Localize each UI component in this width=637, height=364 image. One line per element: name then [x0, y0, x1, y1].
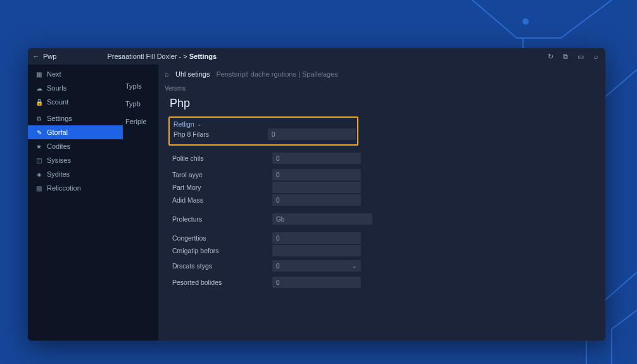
back-label: Pwp: [43, 53, 56, 60]
sidebar-item-reliccotion[interactable]: ▤Reliccotion: [28, 181, 123, 195]
sidebar-item-label: Gtorfal: [47, 129, 68, 136]
field-label: Adid Mass: [168, 196, 272, 204]
box-icon: ◫: [35, 157, 42, 164]
grid-icon: ▦: [35, 71, 42, 78]
sidebar-item-label: Codites: [47, 142, 70, 150]
field-input[interactable]: [272, 153, 361, 164]
form-row: Tarol ayye: [168, 168, 599, 181]
tab-uhl-settings[interactable]: Uhl setings: [175, 70, 210, 78]
tab-secondary[interactable]: Penstsriptl dache rgutions | Spallelages: [216, 70, 337, 78]
sidebar-item-gtorfal[interactable]: ✎Gtorfal: [28, 125, 123, 139]
sidebar-item-label: Scount: [47, 98, 68, 106]
sidebar-item-label: Sourls: [47, 84, 66, 92]
field-input[interactable]: [272, 194, 361, 206]
star-icon: ★: [35, 143, 42, 150]
title-icons: ↻⧉▭⌕: [546, 52, 600, 61]
subcol-item-typls[interactable]: Typls: [123, 82, 158, 90]
sidebar-item-scount[interactable]: 🔒Scount: [28, 95, 123, 109]
sidebar-item-label: Sysises: [47, 156, 71, 164]
sidebar-item-sourls[interactable]: ☁Sourls: [28, 81, 123, 95]
lock-icon: 🔒: [35, 99, 42, 106]
field-label: Congerttios: [168, 234, 272, 242]
form-row: Polile chils: [168, 152, 599, 165]
rect-icon[interactable]: ▭: [576, 52, 585, 61]
titlebar: ← Pwp Presaationtl Fill Doxler - > Setti…: [28, 48, 605, 65]
field-input-php8filars[interactable]: [268, 129, 356, 140]
sidebar-item-next[interactable]: ▦Next: [28, 67, 123, 81]
search-icon[interactable]: ⌕: [591, 52, 600, 61]
subcol-item-typb[interactable]: Typb: [123, 100, 158, 108]
field-label: Part Mory: [168, 184, 272, 191]
field-input[interactable]: [272, 277, 361, 288]
field-input[interactable]: [272, 169, 361, 180]
refresh-icon[interactable]: ↻: [546, 52, 555, 61]
sidebar-item-sysises[interactable]: ◫Sysises: [28, 153, 123, 167]
sidebar-item-label: Sydites: [47, 170, 70, 178]
section-crumb: Versms: [158, 84, 605, 96]
breadcrumb: Presaationtl Fill Doxler - > Settings: [107, 53, 217, 60]
content: Php Retlign ⌄ Php 8 Filars Polile chilsT…: [158, 96, 605, 341]
field-label: Prolecturs: [168, 215, 272, 223]
retlign-toggle[interactable]: Retlign ⌄: [170, 120, 356, 128]
pencil-icon: ✎: [35, 129, 42, 136]
sliders-icon: ⚙: [35, 115, 42, 122]
toolbar: ⌕ Uhl setings Penstsriptl dache rgutions…: [158, 65, 605, 84]
tiles-icon: ▤: [35, 185, 42, 192]
sidebar-subcolumn: TyplsTypbFeriple: [123, 65, 158, 341]
form-row: Adid Mass: [168, 194, 599, 206]
field-label: Polile chils: [168, 154, 272, 162]
form-row: Prolecturs: [168, 213, 599, 225]
chevron-down-icon: ⌄: [352, 263, 357, 269]
main-panel: ⌕ Uhl setings Penstsriptl dache rgutions…: [158, 65, 605, 341]
form: Retlign ⌄ Php 8 Filars Polile chilsTarol…: [168, 116, 599, 289]
sidebar-item-codites[interactable]: ★Codites: [28, 139, 123, 153]
field-input[interactable]: [272, 182, 361, 193]
copy-icon[interactable]: ⧉: [561, 52, 570, 61]
form-row: Pesorted bolides: [168, 276, 599, 289]
field-label: Cmigatip befors: [168, 247, 272, 254]
field-label-php8filars: Php 8 Filars: [170, 130, 268, 138]
cloud-icon: ☁: [35, 85, 42, 92]
field-label: Drscats stygs: [168, 262, 272, 270]
field-input[interactable]: [272, 245, 361, 256]
field-input[interactable]: [272, 213, 372, 225]
back-arrow-icon[interactable]: ←: [32, 53, 41, 60]
sidebar-item-label: Next: [47, 70, 61, 78]
subcol-item-feriple[interactable]: Feriple: [123, 118, 158, 125]
search-icon[interactable]: ⌕: [165, 70, 169, 78]
breadcrumb-current: Settings: [189, 53, 217, 60]
field-input[interactable]: [272, 232, 361, 244]
form-row: Congerttios: [168, 232, 599, 244]
svg-point-0: [522, 18, 529, 25]
sidebar-item-settings[interactable]: ⚙Settings: [28, 111, 123, 125]
chevron-down-icon: ⌄: [197, 121, 202, 127]
field-label: Pesorted bolides: [168, 279, 272, 286]
form-row: Cmigatip befors: [168, 244, 599, 257]
app-window: ← Pwp Presaationtl Fill Doxler - > Setti…: [28, 48, 605, 341]
field-select[interactable]: 0⌄: [272, 260, 361, 272]
form-row: Part Mory: [168, 181, 599, 194]
breadcrumb-prefix: Presaationtl Fill Doxler - >: [107, 53, 187, 60]
page-title: Php: [170, 97, 599, 110]
field-label: Tarol ayye: [168, 171, 272, 179]
highlight-box: Retlign ⌄ Php 8 Filars: [168, 116, 358, 146]
sidebar: ▦Next☁Sourls🔒Scount⚙Settings✎Gtorfal★Cod…: [28, 65, 123, 341]
sidebar-item-label: Settings: [47, 115, 72, 122]
sidebar-item-sydites[interactable]: ◈Sydites: [28, 167, 123, 181]
bookmark-icon: ◈: [35, 171, 42, 178]
sidebar-item-label: Reliccotion: [47, 184, 81, 192]
form-row: Drscats stygs0⌄: [168, 260, 599, 272]
